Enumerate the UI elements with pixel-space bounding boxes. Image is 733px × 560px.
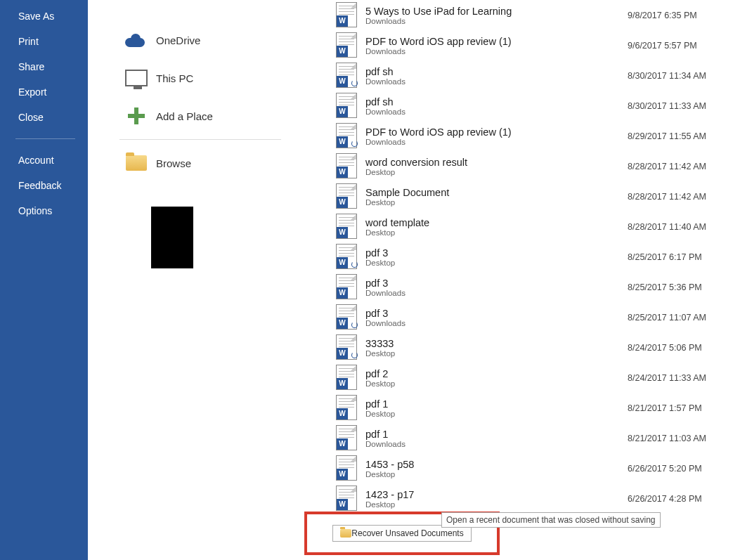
file-item[interactable]: WSample DocumentDesktop8/28/2017 11:42 A… (336, 181, 733, 211)
file-location: Downloads (365, 108, 628, 116)
file-location: Downloads (365, 319, 628, 327)
file-item[interactable]: WPDF to Word iOS app review (1)Downloads… (336, 30, 733, 60)
file-name: word conversion result (365, 157, 628, 168)
file-location: Downloads (365, 77, 628, 86)
location-label: This PC (156, 72, 193, 84)
sidebar-divider (15, 138, 75, 139)
word-doc-icon: W (336, 93, 358, 119)
word-doc-icon: W (336, 425, 358, 452)
file-name: PDF to Word iOS app review (1) (365, 36, 628, 47)
file-item[interactable]: Wword templateDesktop8/28/2017 11:40 AM (336, 211, 733, 242)
file-location: Desktop (365, 198, 628, 207)
file-location: Downloads (365, 17, 628, 25)
sidebar-item-close[interactable]: Close (0, 105, 88, 130)
redacted-thumbnail (151, 207, 193, 268)
file-name: pdf 3 (365, 278, 628, 289)
file-item[interactable]: Wpdf 3Desktop8/25/2017 6:17 PM (336, 242, 733, 272)
open-locations: OneDrive This PC Add a Place Browse (119, 0, 288, 182)
file-item[interactable]: Wpdf 1Desktop8/21/2017 1:57 PM (336, 393, 733, 423)
file-date: 6/26/2017 4:28 PM (628, 494, 733, 504)
file-name: Sample Document (365, 187, 628, 198)
file-name: pdf sh (365, 96, 628, 108)
word-doc-icon: W (336, 2, 358, 29)
word-doc-icon: W (336, 274, 358, 301)
file-date: 8/21/2017 11:03 AM (628, 434, 733, 443)
sidebar-item-account[interactable]: Account (0, 148, 88, 173)
file-name: PDF to Word iOS app review (1) (365, 126, 628, 138)
location-onedrive[interactable]: OneDrive (119, 21, 288, 59)
file-item[interactable]: Wword conversion resultDesktop8/28/2017 … (336, 151, 733, 181)
file-date: 6/26/2017 5:20 PM (628, 464, 733, 474)
file-location: Desktop (365, 349, 628, 358)
word-doc-icon: W (336, 183, 358, 210)
word-doc-icon: W (336, 365, 358, 391)
file-date: 8/25/2017 11:07 AM (628, 313, 733, 323)
word-doc-icon: W (336, 455, 358, 482)
file-date: 8/28/2017 11:42 AM (628, 192, 733, 202)
word-doc-icon: W (336, 123, 358, 150)
thispc-icon (119, 67, 153, 89)
word-doc-icon: W (336, 395, 358, 422)
file-name: word template (365, 217, 628, 228)
plus-icon (119, 105, 153, 126)
word-doc-icon: W (336, 244, 358, 271)
location-label: Add a Place (156, 110, 213, 122)
file-name: 1453 - p58 (365, 459, 628, 470)
file-item[interactable]: Wpdf 3Downloads8/25/2017 11:07 AM (336, 302, 733, 332)
sidebar-item-options[interactable]: Options (0, 198, 88, 223)
location-browse[interactable]: Browse (119, 144, 288, 182)
file-location: Desktop (365, 379, 628, 388)
word-doc-icon: W (336, 32, 358, 59)
recent-documents-list: W5 Ways to Use iPad for LearningDownload… (336, 0, 733, 514)
file-location: Desktop (365, 259, 628, 267)
location-label: OneDrive (156, 34, 200, 46)
location-label: Browse (156, 157, 191, 169)
file-date: 8/21/2017 1:57 PM (628, 403, 733, 413)
word-doc-icon: W (336, 486, 358, 512)
sidebar-item-save-as[interactable]: Save As (0, 4, 88, 29)
file-item[interactable]: Wpdf shDownloads8/30/2017 11:34 AM (336, 60, 733, 91)
folder-icon (119, 152, 153, 174)
file-item[interactable]: Wpdf 3Downloads8/25/2017 5:36 PM (336, 272, 733, 302)
file-location: Downloads (365, 47, 628, 56)
file-name: pdf 3 (365, 247, 628, 259)
file-item[interactable]: WPDF to Word iOS app review (1)Downloads… (336, 121, 733, 151)
file-date: 8/28/2017 11:42 AM (628, 162, 733, 171)
file-location: Desktop (365, 470, 628, 478)
file-name: pdf 1 (365, 429, 628, 440)
file-location: Desktop (365, 228, 628, 237)
file-name: 1423 - p17 (365, 489, 628, 500)
file-item[interactable]: Wpdf 2Desktop8/24/2017 11:33 AM (336, 363, 733, 393)
sidebar-item-share[interactable]: Share (0, 54, 88, 79)
file-date: 9/6/2017 5:57 PM (628, 41, 733, 51)
location-add-place[interactable]: Add a Place (119, 97, 288, 135)
sidebar-item-export[interactable]: Export (0, 79, 88, 105)
file-location: Desktop (365, 168, 628, 176)
sidebar-item-print[interactable]: Print (0, 29, 88, 54)
file-item[interactable]: W1423 - p17Desktop6/26/2017 4:28 PM (336, 483, 733, 514)
sidebar-item-feedback[interactable]: Feedback (0, 173, 88, 198)
file-item[interactable]: Wpdf shDownloads8/30/2017 11:33 AM (336, 91, 733, 121)
file-item[interactable]: W1453 - p58Desktop6/26/2017 5:20 PM (336, 453, 733, 483)
backstage-sidebar: Save As Print Share Export Close Account… (0, 0, 88, 560)
file-date: 8/30/2017 11:33 AM (628, 101, 733, 111)
location-this-pc[interactable]: This PC (119, 59, 288, 97)
recover-button-label: Recover Unsaved Documents (351, 528, 463, 538)
file-date: 9/8/2017 6:35 PM (628, 11, 733, 20)
file-location: Desktop (365, 500, 628, 509)
file-item[interactable]: W33333Desktop8/24/2017 5:06 PM (336, 332, 733, 363)
recover-tooltip: Open a recent document that was closed w… (441, 512, 661, 528)
word-doc-icon: W (336, 153, 358, 180)
file-name: pdf sh (365, 66, 628, 77)
file-item[interactable]: Wpdf 1Downloads8/21/2017 11:03 AM (336, 423, 733, 453)
file-name: 33333 (365, 338, 628, 349)
word-doc-icon: W (336, 304, 358, 331)
file-date: 8/24/2017 11:33 AM (628, 373, 733, 383)
file-item[interactable]: W5 Ways to Use iPad for LearningDownload… (336, 0, 733, 30)
file-name: 5 Ways to Use iPad for Learning (365, 6, 628, 17)
word-doc-icon: W (336, 334, 358, 361)
file-date: 8/29/2017 11:55 AM (628, 131, 733, 141)
file-date: 8/30/2017 11:34 AM (628, 71, 733, 81)
word-doc-icon: W (336, 214, 358, 240)
onedrive-icon (119, 30, 153, 51)
